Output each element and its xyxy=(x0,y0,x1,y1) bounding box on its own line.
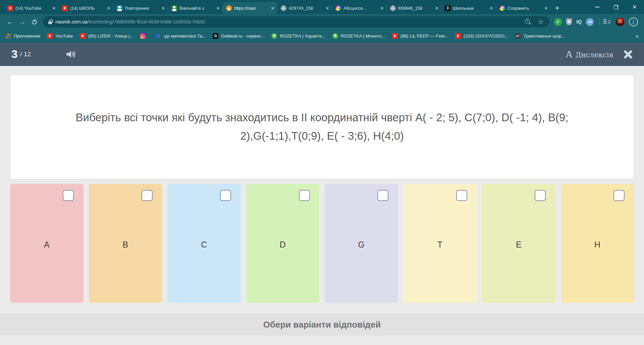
answer-card[interactable]: D xyxy=(246,184,320,303)
browser-tab[interactable]: Сохранить × xyxy=(496,2,551,14)
back-button[interactable]: ← xyxy=(4,16,16,28)
bookmark-favicon xyxy=(140,33,146,39)
bookmark-favicon xyxy=(5,33,11,39)
tab-favicon xyxy=(7,5,13,11)
bookmark-label: гдз математика Та... xyxy=(164,33,206,39)
answer-letter: T xyxy=(404,240,477,250)
browser-tab[interactable]: 429743_158 × xyxy=(277,2,332,14)
browser-tab[interactable]: Школьные × xyxy=(441,2,496,14)
speaker-icon xyxy=(66,50,76,59)
bookmark-item[interactable]: Getbeat.ru - сервис... xyxy=(213,33,265,39)
browser-menu-button[interactable]: ⋮ xyxy=(629,17,638,26)
read-aloud-button[interactable] xyxy=(66,50,76,59)
bookmark-item[interactable]: (65) LIZER - Улица |... xyxy=(80,33,133,39)
shield-icon xyxy=(566,18,572,25)
infinity-extension-icon[interactable]: ∞ xyxy=(586,18,594,26)
answer-checkbox[interactable] xyxy=(220,190,231,201)
bookmark-label: (163) OXXXYCODO... xyxy=(464,33,508,39)
answer-letter: E xyxy=(482,240,555,250)
answer-card[interactable]: A xyxy=(10,184,84,303)
bookmark-label: (65) LIZER - Улица |... xyxy=(88,33,133,39)
toolbar-divider xyxy=(599,18,600,25)
reload-button[interactable] xyxy=(28,16,40,28)
magnifier-plus-icon xyxy=(525,19,531,25)
tab-favicon xyxy=(445,5,450,11)
answer-card[interactable]: B xyxy=(89,184,162,303)
answer-hint-text: Обери варіанти відповідей xyxy=(263,320,381,330)
tab-title: Абсцисса - xyxy=(343,6,377,11)
answer-letter: G xyxy=(325,240,398,250)
bookmark-label: Getbeat.ru - сервис... xyxy=(221,33,265,39)
answer-checkbox[interactable] xyxy=(299,190,310,201)
browser-tab[interactable]: (14) ШКОЛЬ × xyxy=(59,2,113,14)
url-path: /test/testing/78db899b-fb1d-4639-b48b-10… xyxy=(88,19,205,24)
close-x-icon xyxy=(624,50,633,59)
tab-close-icon[interactable]: × xyxy=(379,5,385,11)
bookmark-item[interactable]: ROZETKA | Характе... xyxy=(271,33,325,39)
bookmark-favicon xyxy=(213,33,218,39)
answer-checkbox[interactable] xyxy=(613,190,625,201)
address-bar[interactable]: naurok.com.ua/test/testing/78db899b-fb1d… xyxy=(43,16,549,27)
browser-tab[interactable]: 656646_158 × xyxy=(387,2,441,14)
browser-tab[interactable]: Виконайте з × xyxy=(168,2,223,14)
browser-tab[interactable]: (14) YouTube × xyxy=(4,2,59,14)
profile-avatar[interactable] xyxy=(615,17,625,26)
answer-card[interactable]: C xyxy=(167,184,241,303)
restore-icon xyxy=(614,5,618,9)
forward-button[interactable]: → xyxy=(16,16,28,28)
close-test-button[interactable] xyxy=(624,50,633,59)
tab-close-icon[interactable]: × xyxy=(270,5,275,11)
answer-checkbox[interactable] xyxy=(456,190,467,201)
bookmark-item[interactable] xyxy=(140,33,149,39)
tab-close-icon[interactable]: × xyxy=(325,5,330,11)
answer-checkbox[interactable] xyxy=(142,190,153,201)
tab-favicon xyxy=(499,5,505,11)
tab-close-icon[interactable]: × xyxy=(489,5,494,11)
tab-close-icon[interactable]: × xyxy=(434,5,439,11)
minimize-icon xyxy=(595,7,599,7)
bookmark-item[interactable]: (98) LiL PEEP — Feel... xyxy=(392,33,448,39)
shield-extension-icon[interactable] xyxy=(566,18,572,25)
answer-letter: D xyxy=(246,240,320,250)
media-playlist-icon[interactable]: ♫ xyxy=(605,18,611,25)
answer-checkbox[interactable] xyxy=(377,190,388,201)
window-close-button[interactable]: × xyxy=(625,0,644,14)
bookmark-label: ROZETKA | Монито... xyxy=(341,33,385,39)
answer-letter: B xyxy=(89,240,162,250)
quiz-header-right: А Дислексія xyxy=(566,49,633,59)
tab-title: (14) ШКОЛЬ xyxy=(70,6,104,11)
answer-card[interactable]: H xyxy=(561,184,634,303)
answer-card[interactable]: T xyxy=(404,184,477,303)
bookmark-star-icon[interactable]: ☆ xyxy=(536,17,545,26)
answer-checkbox[interactable] xyxy=(535,190,546,201)
window-minimize-button[interactable] xyxy=(588,0,606,14)
bookmark-item[interactable]: YouTube xyxy=(47,33,73,39)
window-restore-button[interactable] xyxy=(606,0,625,14)
tab-close-icon[interactable]: × xyxy=(543,5,549,11)
bookmark-item[interactable]: гдз математика Та... xyxy=(155,33,206,39)
bookmark-item[interactable]: (163) OXXXYCODO... xyxy=(455,33,508,39)
zoom-level-icon[interactable] xyxy=(523,17,533,26)
browser-tab[interactable]: Абсцисса - × xyxy=(332,2,387,14)
answer-card[interactable]: E xyxy=(482,184,555,303)
dyslexia-toggle[interactable]: А Дислексія xyxy=(566,49,613,59)
quiz-content: Виберіть всі точки які будуть знаходитис… xyxy=(0,66,644,303)
tab-close-icon[interactable]: × xyxy=(106,5,111,11)
tab-close-icon[interactable]: × xyxy=(215,5,221,11)
answer-checkbox[interactable] xyxy=(63,190,74,201)
new-tab-button[interactable]: + xyxy=(551,2,564,14)
bookmarks-overflow-chevron[interactable]: » xyxy=(636,33,639,39)
answer-card[interactable]: G xyxy=(325,184,398,303)
bookmark-item[interactable]: ROZETKA | Монито... xyxy=(332,33,385,39)
checkmark-extension-icon[interactable]: ✓ xyxy=(554,18,562,26)
tab-close-icon[interactable]: × xyxy=(51,5,57,11)
tab-strip: (14) YouTube × (14) ШКОЛЬ × Повторення ×… xyxy=(0,0,644,14)
tab-close-icon[interactable]: × xyxy=(161,5,166,11)
browser-tab[interactable]: https://naur × xyxy=(223,2,277,14)
tab-title: Виконайте з xyxy=(179,6,213,11)
browser-tab[interactable]: Повторення × xyxy=(113,2,168,14)
bookmark-item[interactable]: Приложения xyxy=(5,33,40,39)
bookmark-item[interactable]: Трикотажные шор... xyxy=(515,33,565,39)
iq-extension-icon[interactable]: IQ xyxy=(576,19,582,24)
dyslexia-label: Дислексія xyxy=(576,51,613,59)
